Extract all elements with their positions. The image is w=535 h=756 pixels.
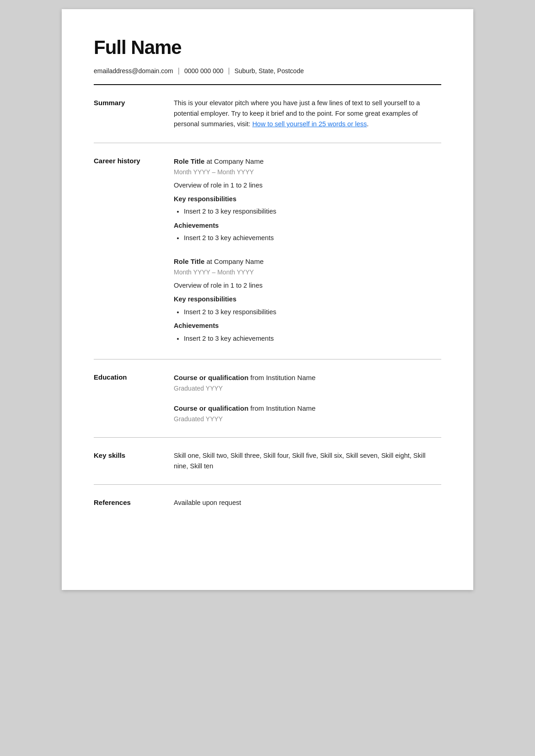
summary-link[interactable]: How to sell yourself in 25 words or less [252,120,367,128]
edu-title-line-1: Course or qualification from Institution… [174,372,441,383]
job-dates-1: Month YYYY – Month YYYY [174,167,441,177]
achievement-item-1-1: Insert 2 to 3 key achievements [184,233,441,243]
job-dates-2: Month YYYY – Month YYYY [174,268,441,278]
achievements-heading-1: Achievements [174,220,441,231]
career-history-section: Career history Role Title at Company Nam… [94,143,441,359]
job-title-line-1: Role Title at Company Name [174,156,441,166]
career-history-label: Career history [94,156,174,347]
skills-text: Skill one, Skill two, Skill three, Skill… [174,450,441,472]
edu-dates-1: Graduated YYYY [174,384,441,394]
responsibilities-list-1: Insert 2 to 3 key responsibilities [174,206,441,216]
education-section: Education Course or qualification from I… [94,359,441,437]
summary-section: Summary This is your elevator pitch wher… [94,85,441,143]
achievements-heading-2: Achievements [174,321,441,331]
references-section: References Available upon request [94,485,441,520]
email: emailaddress@domain.com [94,67,173,75]
edu-institution-2: from Institution Name [248,404,316,412]
summary-content: This is your elevator pitch where you ha… [174,98,441,130]
full-name: Full Name [94,37,441,59]
summary-text: This is your elevator pitch where you ha… [174,98,441,130]
separator-2: | [228,67,230,75]
career-history-content: Role Title at Company Name Month YYYY – … [174,156,441,347]
job-company-2: at Company Name [204,257,263,265]
separator-1: | [178,67,180,75]
education-content: Course or qualification from Institution… [174,372,441,424]
job-company-1: at Company Name [204,157,263,165]
edu-course-1: Course or qualification [174,374,248,381]
job-block-2: Role Title at Company Name Month YYYY – … [174,256,441,343]
job-overview-2: Overview of role in 1 to 2 lines [174,280,441,290]
responsibility-item-1-1: Insert 2 to 3 key responsibilities [184,206,441,216]
key-skills-content: Skill one, Skill two, Skill three, Skill… [174,450,441,472]
achievement-item-2-1: Insert 2 to 3 key achievements [184,333,441,343]
summary-label: Summary [94,98,174,130]
edu-block-1: Course or qualification from Institution… [174,372,441,394]
job-block-1: Role Title at Company Name Month YYYY – … [174,156,441,243]
contact-bar: emailaddress@domain.com | 0000 000 000 |… [94,67,441,75]
edu-title-line-2: Course or qualification from Institution… [174,403,441,413]
responsibilities-heading-2: Key responsibilities [174,294,441,304]
key-skills-label: Key skills [94,450,174,472]
responsibilities-list-2: Insert 2 to 3 key responsibilities [174,307,441,317]
education-label: Education [94,372,174,424]
job-title-line-2: Role Title at Company Name [174,256,441,267]
job-title-1: Role Title [174,157,204,165]
achievements-list-2: Insert 2 to 3 key achievements [174,333,441,343]
edu-dates-2: Graduated YYYY [174,414,441,424]
summary-text-after: . [367,120,369,128]
edu-block-2: Course or qualification from Institution… [174,403,441,424]
edu-institution-1: from Institution Name [248,374,316,381]
references-content: Available upon request [174,498,441,508]
key-skills-section: Key skills Skill one, Skill two, Skill t… [94,438,441,484]
job-title-2: Role Title [174,257,204,265]
location: Suburb, State, Postcode [235,67,304,75]
job-overview-1: Overview of role in 1 to 2 lines [174,180,441,190]
references-text: Available upon request [174,498,441,508]
responsibilities-heading-1: Key responsibilities [174,194,441,204]
edu-course-2: Course or qualification [174,404,248,412]
achievements-list-1: Insert 2 to 3 key achievements [174,233,441,243]
responsibility-item-2-1: Insert 2 to 3 key responsibilities [184,307,441,317]
references-label: References [94,498,174,508]
phone: 0000 000 000 [184,67,224,75]
resume-page: Full Name emailaddress@domain.com | 0000… [62,9,473,590]
